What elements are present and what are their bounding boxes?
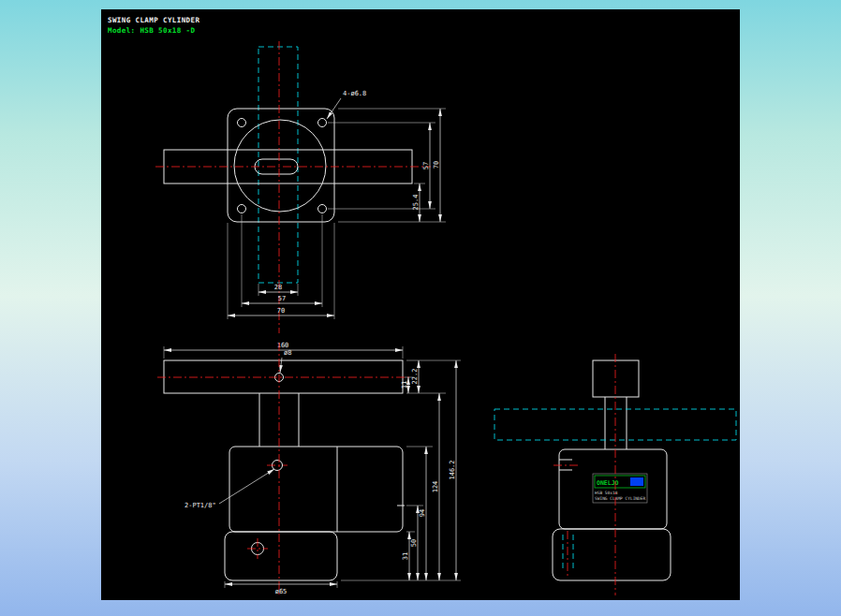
phantom-arm-vertical (258, 47, 298, 283)
leader-line (219, 469, 274, 504)
title-block: SWING CLAMP CYLINDER Model: HSB 50x18 -D (108, 16, 199, 35)
dim-height-under-arm: 124 (432, 481, 439, 493)
dim-arm-length: 160 (277, 342, 289, 349)
dim-hole-edge: 11 (401, 381, 408, 389)
cylinder-body-circle (234, 120, 326, 212)
bottom-flange-outline (225, 532, 337, 580)
dim-body-height: 94 (419, 509, 426, 517)
top-view: 4-ø6.8 (155, 41, 431, 333)
front-view-arm: ø8 160 (157, 342, 410, 393)
cylinder-body-side-outline (559, 449, 667, 529)
bolt-holes-label: 4-ø6.8 (343, 90, 366, 97)
nameplate-blue-mark (630, 477, 643, 486)
bottom-flange-side-outline (553, 529, 671, 580)
dim-port-height: 50 (410, 539, 418, 547)
dim-flange-dia: ø65 (275, 588, 288, 595)
leader-line (280, 358, 282, 373)
dim-flange-height: 70 (433, 161, 440, 169)
drawing-model: Model: HSB 50x18 -D (108, 26, 195, 35)
nameplate-model: HSB 50x18 (595, 491, 618, 495)
side-view: ONELJO HSB 50x18 SWING CLAMP CYLINDER (494, 354, 736, 595)
cad-drawing-canvas: SWING CLAMP CYLINDER Model: HSB 50x18 -D… (101, 9, 740, 600)
dim-flange-thickness: 31 (402, 552, 409, 560)
bolt-hole (318, 119, 327, 127)
nameplate-desc: SWING CLAMP CYLINDER (595, 496, 645, 501)
arm-slot (255, 159, 298, 174)
cylinder-body-outline (229, 447, 403, 532)
cad-drawing: SWING CLAMP CYLINDER Model: HSB 50x18 -D… (101, 9, 740, 600)
dim-slot-width: 28 (274, 284, 282, 291)
dim-total-height: 146.2 (449, 460, 456, 479)
dim-bolt-pitch-y: 57 (422, 162, 430, 169)
dim-arm-thickness: 22.2 (411, 369, 419, 385)
front-view-body: 2-PT1/8" (184, 343, 405, 594)
top-view-dimensions: 28 57 70 25.4 57 70 (228, 109, 446, 319)
drawing-title: SWING CLAMP CYLINDER (108, 16, 199, 24)
ports-label: 2-PT1/8" (184, 502, 216, 509)
bolt-hole (238, 119, 246, 127)
bolt-hole (318, 205, 327, 213)
bolt-hole (238, 205, 246, 213)
dim-bolt-pitch-x: 57 (278, 295, 286, 302)
dim-arm-offset: 25.4 (412, 195, 420, 211)
dim-flange-width: 70 (277, 307, 285, 315)
arm-end-outline (593, 360, 639, 397)
